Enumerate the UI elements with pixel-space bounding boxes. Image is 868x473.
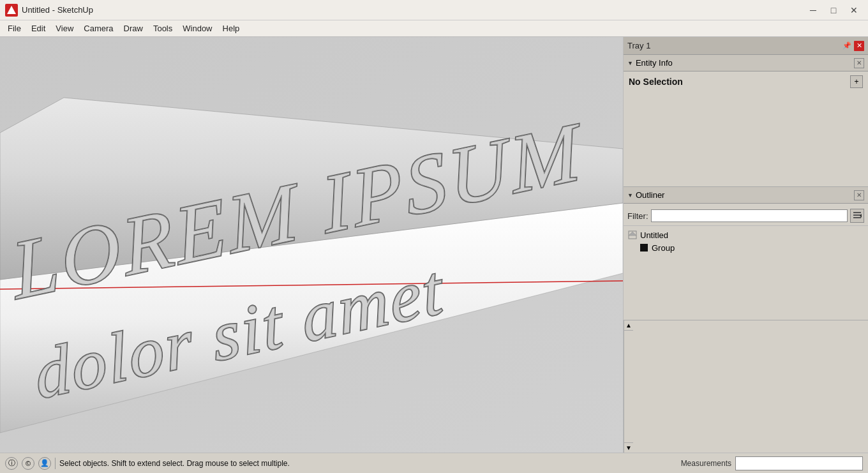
tray-header: Tray 1 📌 ✕ [624, 37, 868, 55]
entity-info-content: No Selection + [624, 71, 868, 186]
menu-item-window[interactable]: Window [177, 22, 217, 34]
entity-info-title: Entity Info [636, 58, 854, 68]
menu-item-file[interactable]: File [3, 22, 26, 34]
right-panel: Tray 1 📌 ✕ ▼ Entity Info ✕ No Selection … [623, 37, 868, 453]
main-layout: LOREM IPSUM LOREM IPSUM dolor sit amet d… [0, 37, 868, 453]
tree-item-untitled-label: Untitled [640, 230, 668, 240]
outliner-close-button[interactable]: ✕ [854, 190, 864, 200]
menu-bar: FileEditViewCameraDrawToolsWindowHelp [0, 20, 868, 37]
close-button[interactable]: ✕ [845, 3, 863, 17]
outliner-title: Outliner [636, 190, 854, 200]
svg-rect-11 [853, 217, 861, 218]
menu-item-edit[interactable]: Edit [26, 22, 50, 34]
viewport-canvas: LOREM IPSUM LOREM IPSUM dolor sit amet d… [0, 37, 623, 453]
outliner-triangle: ▼ [627, 192, 633, 199]
filter-input[interactable] [651, 209, 848, 222]
right-panel-scrollbar[interactable]: ▲ ▼ [624, 320, 633, 453]
outliner-tree: Untitled Group [624, 226, 868, 257]
status-text: Select objects. Shift to extend select. … [59, 459, 677, 468]
scroll-down-arrow[interactable]: ▼ [624, 442, 633, 453]
scroll-up-arrow[interactable]: ▲ [624, 320, 633, 331]
filter-label: Filter: [627, 211, 648, 221]
menu-item-help[interactable]: Help [218, 22, 245, 34]
outliner-section: ▼ Outliner ✕ Filter: [624, 187, 868, 320]
svg-marker-14 [629, 232, 636, 236]
status-separator [55, 458, 56, 469]
filter-row: Filter: [624, 206, 868, 226]
entity-info-triangle: ▼ [627, 60, 633, 66]
measurements-input[interactable] [735, 456, 863, 470]
tray-pin-icon[interactable]: 📌 [842, 41, 851, 50]
group-icon [639, 243, 649, 253]
menu-item-draw[interactable]: Draw [119, 22, 148, 34]
status-icon-2[interactable]: © [22, 457, 34, 470]
outliner-header[interactable]: ▼ Outliner ✕ [624, 187, 868, 204]
title-bar: Untitled - SketchUp ─ □ ✕ [0, 0, 868, 20]
measurements-label: Measurements [681, 459, 731, 468]
app-icon [5, 4, 18, 17]
menu-item-tools[interactable]: Tools [148, 22, 177, 34]
minimize-button[interactable]: ─ [804, 3, 822, 17]
tree-item-group-label: Group [652, 243, 675, 253]
window-title: Untitled - SketchUp [22, 5, 804, 15]
tray-close-button[interactable]: ✕ [854, 41, 864, 51]
menu-item-view[interactable]: View [50, 22, 79, 34]
window-controls: ─ □ ✕ [804, 3, 863, 17]
model-icon [627, 230, 638, 240]
entity-info-close-button[interactable]: ✕ [854, 58, 864, 68]
status-bar: ⓘ © 👤 Select objects. Shift to extend se… [0, 453, 868, 473]
svg-rect-15 [640, 244, 648, 252]
menu-item-camera[interactable]: Camera [79, 22, 118, 34]
svg-marker-0 [7, 6, 16, 14]
status-icon-3[interactable]: 👤 [38, 457, 51, 470]
outliner-content: Filter: [624, 204, 868, 259]
svg-rect-10 [853, 214, 861, 216]
tree-item-group[interactable]: Group [627, 241, 864, 254]
maximize-button[interactable]: □ [825, 3, 842, 17]
tray-title: Tray 1 [627, 41, 842, 50]
expand-button[interactable]: + [850, 75, 863, 88]
viewport[interactable]: LOREM IPSUM LOREM IPSUM dolor sit amet d… [0, 37, 623, 453]
entity-info-section: ▼ Entity Info ✕ No Selection + [624, 55, 868, 187]
tree-item-untitled[interactable]: Untitled [627, 229, 864, 241]
entity-info-header[interactable]: ▼ Entity Info ✕ [624, 55, 868, 71]
filter-action-button[interactable] [850, 209, 864, 223]
no-selection-text: No Selection [629, 77, 683, 87]
no-selection-row: No Selection + [629, 75, 863, 88]
status-icon-1[interactable]: ⓘ [5, 457, 18, 470]
svg-rect-9 [853, 212, 861, 213]
